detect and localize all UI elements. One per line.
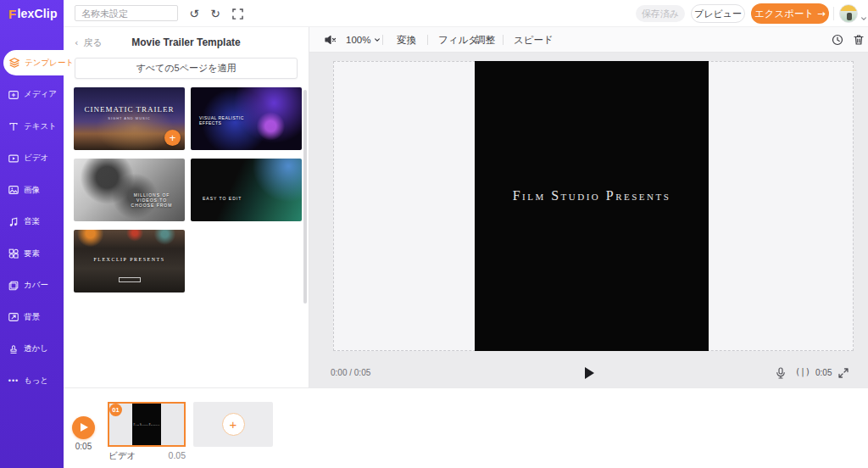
sidebar-item-label: 背景 (24, 312, 40, 323)
sidebar-item-elements[interactable]: 要素 (0, 241, 64, 266)
plus-icon: + (222, 413, 245, 436)
speaker-muted-icon (324, 33, 337, 47)
toolbar-divider (503, 35, 504, 45)
adjust-label: 調整 (476, 34, 495, 47)
thumbnail-title: CINEMATIC TRAILER (74, 105, 185, 114)
project-name-input[interactable] (75, 5, 178, 21)
thumbnail-title: MILLIONS OF VIDEOS TO CHOOSE FROM (125, 192, 178, 208)
clip-thumbnail-text: Film Studio Presents (133, 423, 159, 426)
zoom-level-value: 100% (346, 35, 370, 45)
apply-all-pages-button[interactable]: すべての5ページを適用 (75, 58, 298, 79)
voiceover-button[interactable] (774, 366, 787, 380)
video-layer[interactable]: Film Studio Presents (475, 61, 709, 351)
plus-icon: + (170, 131, 176, 144)
thumbnail-title: FLEXCLIP PRESENTS (74, 257, 185, 262)
template-title: Movie Trailer Template (64, 36, 309, 48)
trash-icon (852, 33, 865, 47)
sidebar-item-label: ビデオ (24, 153, 48, 164)
chevron-down-icon (860, 15, 867, 22)
speed-menu-item[interactable]: スピード (514, 27, 554, 53)
undo-button[interactable]: ↺ (186, 6, 202, 21)
sidebar-item-video[interactable]: ビデオ (0, 146, 64, 171)
flexclip-logo[interactable]: FlexClip (0, 0, 64, 27)
clip-side-strip (161, 404, 184, 445)
filter-menu-item[interactable]: フィルタ (438, 27, 478, 53)
template-thumbnail-3[interactable]: MILLIONS OF VIDEOS TO CHOOSE FROM (74, 159, 185, 221)
toolbar-divider (427, 35, 428, 45)
elements-shapes-icon (8, 248, 19, 259)
text-icon (8, 120, 19, 132)
template-panel: ‹ 戻る Movie Trailer Template すべての5ページを適用 … (64, 27, 309, 387)
logo-f-icon: F (8, 7, 16, 21)
delete-button[interactable] (852, 33, 865, 47)
playback-bar: 0:00 / 0:05 (|) 0:05 (309, 363, 868, 385)
expand-button[interactable] (837, 366, 850, 380)
preview-label: プレビュー (694, 8, 742, 20)
stage-text-layer[interactable]: Film Studio Presents (475, 188, 709, 203)
add-clip-button[interactable]: + (193, 402, 273, 447)
template-thumbnail-1[interactable]: CINEMATIC TRAILER SIGHT AND MUSIC + (74, 87, 185, 150)
template-thumbnail-5[interactable]: FLEXCLIP PRESENTS (74, 230, 185, 292)
undo-icon: ↺ (189, 7, 199, 20)
history-button[interactable] (831, 33, 844, 47)
export-arrow-icon: → (817, 8, 826, 20)
template-thumbnail-4[interactable]: EASY TO EDIT (191, 159, 302, 221)
sidebar-item-media[interactable]: メディア (0, 82, 64, 108)
cover-overlay-icon (8, 280, 19, 292)
clip-duration-label: 0.05 (108, 450, 186, 460)
saved-label: 保存済み (642, 8, 679, 20)
sidebar-item-music[interactable]: 音楽 (0, 209, 64, 235)
media-icon (8, 89, 19, 101)
music-note-icon (8, 216, 19, 228)
thumbnail-subtitle: SIGHT AND MUSIC (74, 116, 185, 120)
apply-all-label: すべての5ページを適用 (136, 62, 236, 75)
zoom-level-dropdown[interactable]: 100% (346, 27, 381, 53)
sidebar-item-text[interactable]: テキスト (0, 114, 64, 139)
adjust-menu-item[interactable]: 調整 (476, 27, 495, 53)
clock-icon (831, 33, 844, 47)
sidebar-item-label: メディア (24, 89, 57, 100)
plus-glyph: + (230, 417, 237, 432)
timeline-total-duration: 0:05 (72, 442, 95, 451)
preview-button[interactable]: プレビュー (691, 4, 745, 23)
timeline: 0:05 Film Studio Presents 01 ビデオ 0.05 + (64, 387, 868, 468)
more-dots-icon: ••• (8, 376, 19, 385)
timeline-play-button[interactable] (72, 416, 95, 439)
logo-text: lexClip (17, 7, 57, 20)
sidebar-item-label: テキスト (24, 121, 57, 132)
mute-button[interactable] (324, 33, 337, 47)
export-label: エクスポート (754, 8, 814, 20)
sidebar-item-cover[interactable]: カバー (0, 273, 64, 298)
add-page-badge[interactable]: + (164, 130, 181, 146)
sidebar-item-image[interactable]: 画像 (0, 177, 64, 203)
export-button[interactable]: エクスポート → (751, 3, 829, 24)
brackets-icon: (|) (795, 367, 810, 376)
play-button[interactable] (582, 366, 596, 380)
playback-time: 0:00 / 0:05 (331, 368, 370, 377)
sidebar-item-more[interactable]: ••• もっと (0, 368, 64, 393)
redo-button[interactable]: ↻ (208, 6, 223, 21)
chevron-down-icon (374, 36, 381, 43)
thumbnail-title: VISUAL REALISTIC EFFECTS (199, 115, 259, 125)
sidebar-item-label: 音楽 (24, 216, 40, 227)
transform-label: 変換 (397, 34, 416, 47)
brackets-button[interactable]: (|) (795, 367, 810, 376)
sidebar-item-label: 画像 (24, 185, 40, 196)
account-menu-button[interactable] (860, 10, 867, 25)
fullscreen-button[interactable] (230, 6, 245, 21)
templates-layers-icon (8, 57, 20, 69)
transform-menu-item[interactable]: 変換 (397, 27, 416, 53)
panel-scrollbar[interactable] (303, 90, 307, 304)
template-thumbnail-2[interactable]: VISUAL REALISTIC EFFECTS (191, 87, 302, 150)
sidebar-item-templates[interactable]: テンプレート (3, 50, 64, 75)
clip-thumbnail: Film Studio Presents (132, 404, 161, 445)
sidebar-item-background[interactable]: 背景 (0, 304, 64, 330)
clip-duration-readout: 0:05 (815, 368, 832, 377)
image-icon (8, 184, 19, 196)
filter-label: フィルタ (438, 34, 478, 47)
sidebar-item-watermark[interactable]: 透かし (0, 337, 64, 362)
header-divider (833, 7, 834, 20)
redo-icon: ↻ (210, 7, 220, 20)
background-icon (8, 311, 19, 323)
user-avatar[interactable] (839, 4, 858, 23)
